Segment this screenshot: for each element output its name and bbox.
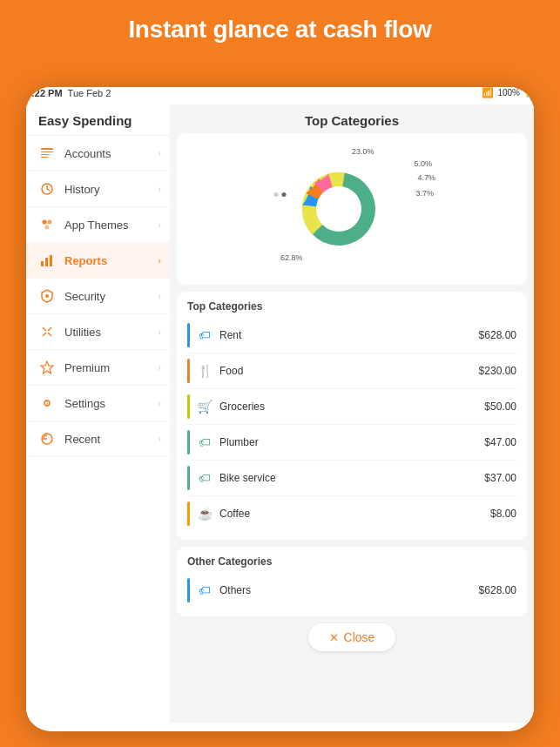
bike-amount: $37.00 (484, 472, 516, 484)
category-row-rent: 🏷 Rent $628.00 (187, 318, 516, 353)
status-bar: 7:22 PM Tue Feb 2 📶 100% 🔋 (26, 87, 534, 98)
bike-icon: 🏷 (197, 471, 213, 485)
svg-line-15 (48, 333, 51, 336)
top-categories-card: Top Categories 🏷 Rent $628.00 🍴 Food $23… (177, 292, 527, 540)
svg-rect-3 (41, 157, 48, 158)
reports-chevron: › (158, 255, 161, 266)
rent-name: Rent (219, 329, 479, 341)
recent-chevron: › (158, 434, 161, 444)
wifi-icon: 📶 (482, 87, 494, 98)
coffee-amount: $8.00 (490, 508, 516, 520)
others-amount: $628.00 (479, 584, 516, 596)
bike-color-bar (187, 466, 190, 490)
food-icon: 🍴 (197, 364, 213, 378)
chart-label-23: 23.0% (352, 147, 374, 156)
category-row-bike: 🏷 Bike service $37.00 (187, 461, 516, 496)
sidebar-item-security[interactable]: Security › (26, 279, 170, 314)
rent-amount: $628.00 (479, 329, 516, 341)
plumber-icon: 🏷 (197, 435, 213, 449)
sidebar-item-recent[interactable]: Recent › (26, 421, 170, 457)
sidebar-item-reports-label: Reports (64, 254, 158, 267)
other-categories-card: Other Categories 🏷 Others $628.00 (177, 547, 527, 616)
svg-rect-1 (41, 151, 53, 152)
sidebar-item-security-label: Security (64, 290, 158, 303)
plumber-name: Plumber (219, 436, 484, 448)
food-amount: $230.00 (479, 365, 516, 377)
sidebar-item-reports[interactable]: Reports › (26, 243, 170, 279)
svg-line-12 (43, 327, 46, 331)
others-icon: 🏷 (197, 583, 213, 597)
sidebar-item-premium-label: Premium (64, 361, 158, 374)
sidebar-item-app-themes[interactable]: App Themes › (26, 207, 170, 243)
sidebar-item-recent-label: Recent (64, 433, 158, 446)
sidebar: Easy Spending Accounts › (26, 104, 170, 723)
top-categories-title: Top Categories (187, 300, 516, 313)
bike-name: Bike service (219, 472, 484, 484)
sidebar-item-settings[interactable]: i Settings › (26, 386, 170, 421)
chart-card: 23.0% 5.0% 4.7% 3.7% 62.8% (177, 133, 527, 285)
svg-point-5 (43, 220, 47, 225)
sidebar-item-utilities[interactable]: Utilities › (26, 314, 170, 350)
other-categories-title: Other Categories (187, 555, 516, 568)
reports-icon (38, 252, 56, 269)
chart-label-5: 5.0% (414, 159, 432, 168)
rent-icon: 🏷 (197, 328, 213, 342)
sidebar-item-accounts[interactable]: Accounts › (26, 136, 170, 172)
coffee-color-bar (187, 501, 190, 526)
main-chart-title: Top Categories (177, 104, 527, 133)
settings-chevron: › (158, 398, 161, 408)
recent-icon (38, 430, 56, 448)
category-row-plumber: 🏷 Plumber $47.00 (187, 425, 516, 461)
rent-color-bar (187, 323, 190, 347)
category-row-food: 🍴 Food $230.00 (187, 353, 516, 389)
battery-icon: 🔋 (523, 88, 534, 98)
status-time: 7:22 PM (26, 88, 63, 98)
coffee-name: Coffee (219, 508, 490, 520)
close-x-icon: ✕ (329, 631, 339, 644)
coffee-icon: ☕ (197, 507, 213, 521)
sidebar-header: Easy Spending (26, 104, 170, 136)
chart-label-628: 62.8% (280, 253, 303, 262)
security-chevron: › (158, 291, 161, 301)
plumber-color-bar (187, 430, 190, 454)
svg-rect-8 (41, 261, 44, 266)
others-color-bar (187, 578, 190, 602)
status-right: 📶 100% 🔋 (482, 87, 534, 98)
svg-line-13 (48, 327, 51, 331)
accounts-chevron: › (158, 148, 161, 158)
chart-label-47: 4.7% (417, 173, 435, 182)
utilities-chevron: › (158, 326, 161, 337)
food-name: Food (219, 365, 479, 377)
groceries-amount: $50.00 (484, 400, 516, 413)
battery-text: 100% (497, 88, 520, 98)
sidebar-item-history[interactable]: History › (26, 172, 170, 207)
header-banner: Instant glance at cash flow (0, 0, 560, 56)
food-color-bar (187, 359, 190, 383)
sidebar-item-utilities-label: Utilities (64, 326, 158, 339)
sidebar-item-premium[interactable]: Premium › (26, 350, 170, 386)
groceries-name: Groceries (219, 400, 484, 413)
sidebar-item-accounts-label: Accounts (64, 147, 158, 160)
sidebar-item-themes-label: App Themes (64, 219, 158, 232)
groceries-color-bar (187, 394, 190, 419)
svg-rect-2 (41, 154, 50, 155)
sidebar-item-settings-label: Settings (64, 397, 158, 410)
svg-point-6 (48, 220, 52, 225)
category-row-coffee: ☕ Coffee $8.00 (187, 496, 516, 531)
status-date: Tue Feb 2 (68, 88, 111, 98)
groceries-icon: 🛒 (197, 400, 213, 414)
svg-rect-9 (45, 258, 48, 266)
accounts-icon (38, 145, 56, 162)
svg-rect-0 (41, 148, 53, 150)
others-name: Others (219, 584, 479, 596)
svg-marker-16 (41, 361, 53, 374)
ipad-frame: 7:22 PM Tue Feb 2 📶 100% 🔋 Easy Spending (26, 87, 534, 731)
themes-chevron: › (158, 219, 161, 230)
svg-rect-10 (50, 255, 52, 266)
close-button-container: ✕ Close (177, 623, 527, 651)
svg-text:i: i (46, 399, 48, 408)
security-icon (38, 287, 56, 305)
category-row-others: 🏷 Others $628.00 (187, 573, 516, 608)
close-button[interactable]: ✕ Close (308, 623, 396, 651)
app-content: Easy Spending Accounts › (26, 104, 534, 723)
